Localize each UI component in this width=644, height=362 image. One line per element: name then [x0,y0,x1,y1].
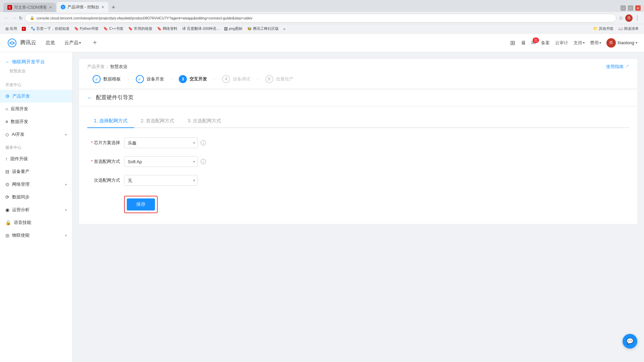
tab1-close[interactable]: ✕ [49,5,52,10]
user-avatar[interactable]: 肖 Xiaolong ▾ [606,38,637,48]
bookmark-icon-2: 🔖 [103,26,108,31]
bookmark-apps[interactable]: ⊞ 应用 [3,25,19,32]
menu-icon[interactable]: ⋮ [635,15,640,21]
bookmark-links[interactable]: 🔖 常用的链接 [126,25,154,32]
tab-3[interactable]: 3. 次选配网方式 [181,115,228,128]
sidebar-item-iot[interactable]: ◎ 物联使能 ▾ [0,229,72,242]
user-profile-icon[interactable]: 肖 [625,14,633,22]
tab-1[interactable]: 1. 选择配网方式 [87,115,134,128]
ai-icon: ◇ [5,132,9,137]
browser-tab-2[interactable]: 云 产品详情 - 控制台 ✕ [57,2,108,12]
tab-1-label: 1. 选择配网方式 [94,118,127,123]
url-bar[interactable]: 🔒 console.cloud.tencent.com/iotexplorer/… [25,14,616,22]
step-4[interactable]: 4 设备调试 [222,75,250,83]
bookmark-others[interactable]: 📁 其他书签 [591,25,615,32]
sidebar-item-firmware[interactable]: ↑ 固件升级 [0,153,72,165]
product-icon: ⚙ [5,94,10,99]
header-audit-btn[interactable]: 云审计 [555,40,568,46]
chip-control: 乐鑫 ▾ i [124,137,206,148]
header-mail-icon[interactable]: ✉ 31 [531,40,536,46]
sidebar-item-datasync[interactable]: ⟳ 数据同步 [0,191,72,203]
nav-overview[interactable]: 总览 [42,34,59,52]
breadcrumb-guide-link[interactable]: 使用指南 ↗ [606,64,629,70]
data-icon: ≡ [5,119,8,124]
lock-icon: 🔒 [30,16,35,20]
step-1-label: 数据模板 [103,76,121,82]
step-2[interactable]: ✓ 设备开发 [136,75,164,83]
logo: 腾讯云 [7,38,36,48]
star-icon[interactable]: ☆ [619,15,623,21]
forward-button[interactable]: → [11,15,17,21]
back-arrow-icon: ← [5,59,10,65]
refresh-button[interactable]: ↻ [19,15,23,21]
sidebar-item-network[interactable]: ⊙ 网络管理 ▾ [0,178,72,191]
user-arrow: ▾ [636,41,637,45]
step-3[interactable]: 3 交互开发 [179,75,207,83]
page-title-back-icon[interactable]: ← [87,95,93,101]
bookmark-reading[interactable]: 📖 阅读清单 [616,25,641,32]
sidebar-item-ai[interactable]: ◇ AI开发 ▾ [0,128,72,141]
step-3-label: 交互开发 [190,76,207,82]
primary-info-icon[interactable]: i [201,159,206,164]
sidebar-item-production[interactable]: ⊟ 设备量产 [0,165,72,178]
baidu-icon: 🐾 [31,26,35,31]
minimize-button[interactable]: ─ [621,5,626,11]
maximize-button[interactable]: □ [628,5,633,11]
bookmark-baidu[interactable]: 🐾 百度一下，你就知道 [29,25,71,32]
bookmark-python[interactable]: 🔖 Python书签 [72,25,101,32]
tab2-close[interactable]: ✕ [101,5,104,9]
tab2-favicon: 云 [61,5,65,9]
header-fee-btn[interactable]: 费用▾ [590,40,601,46]
nav-products[interactable]: 云产品 ▾ [60,34,85,52]
bookmark-translate[interactable]: 译 百度翻译-200种语... [180,25,221,32]
chip-info-icon[interactable]: i [201,140,206,145]
add-tab-button[interactable]: + [109,3,118,12]
header-add[interactable]: + [90,39,100,47]
header-support-btn[interactable]: 支持▾ [574,40,585,46]
float-chat-button[interactable]: 💬 [623,334,637,349]
bookmark-more[interactable]: » [281,26,287,32]
sidebar-item-app[interactable]: ○ 应用开发 [0,103,72,115]
bookmark-png[interactable]: 🖼 png图标 [222,25,244,32]
bookmark-icon-3: 🔖 [128,26,133,31]
sidebar-item-data[interactable]: ≡ 数据开发 [0,115,72,128]
sidebar-item-app-label: 应用开发 [11,106,28,112]
sidebar-item-product-label: 产品开发 [12,93,30,99]
bookmark-c[interactable]: C [20,26,28,32]
tab-2[interactable]: 2. 首选配网方式 [134,115,181,128]
voice-icon: 🔒 [5,220,11,225]
sidebar-section-dev-title: 开发中心 [0,78,72,90]
app-header: 腾讯云 总览 云产品 ▾ + ⊞ 🖥 ✉ 31 备案 云审计 支持▾ 费用▾ 肖… [0,34,644,52]
bookmark-cpp[interactable]: 🔖 C++书签 [101,25,125,32]
bookmark-links-label: 常用的链接 [134,26,152,31]
sidebar-back[interactable]: ← 物联网开发平台 [0,56,72,68]
header-grid-icon[interactable]: ⊞ [510,39,515,47]
step-1[interactable]: ✓ 数据模板 [93,75,121,83]
chip-select[interactable]: 乐鑫 [124,137,198,148]
sidebar-item-analytics[interactable]: ◉ 运营分析 ▾ [0,203,72,216]
save-area: 保存 [87,196,629,213]
breadcrumb-link[interactable]: 产品开发 [87,64,105,70]
bookmarks-bar: ⊞ 应用 C 🐾 百度一下，你就知道 🔖 Python书签 🔖 C++书签 🔖 … [0,24,644,34]
production-icon: ⊟ [5,169,9,174]
save-button[interactable]: 保存 [127,198,155,210]
browser-tab-1[interactable]: C 写文章-CSDN博客 ✕ [3,3,56,12]
header-monitor-icon[interactable]: 🖥 [521,40,526,46]
close-button[interactable]: ✕ [635,5,641,11]
png-icon: 🖼 [224,27,228,31]
tab1-label: 写文章-CSDN博客 [14,5,47,10]
bookmark-beehive[interactable]: 🐝 腾讯工蜂社区版 [245,25,281,32]
back-button[interactable]: ← [4,15,9,21]
nav-products-label: 云产品 [64,40,78,46]
sidebar-item-voice[interactable]: 🔒 语音技能 [0,216,72,229]
ai-arrow: ▾ [65,133,67,136]
secondary-network-select[interactable]: 无 [124,175,198,186]
sidebar-item-product[interactable]: ⚙ 产品开发 [0,90,72,103]
header-record-btn[interactable]: 备案 [541,40,550,46]
step-5[interactable]: 5 批量投产 [265,75,293,83]
primary-network-select[interactable]: Soft Ap [124,156,198,167]
analytics-icon: ◉ [5,207,9,213]
form-row-chip: * 芯片方案选择 乐鑫 ▾ i [87,137,629,148]
bookmark-network[interactable]: 🔖 网络资料 [155,25,179,32]
nav-overview-label: 总览 [46,40,55,46]
